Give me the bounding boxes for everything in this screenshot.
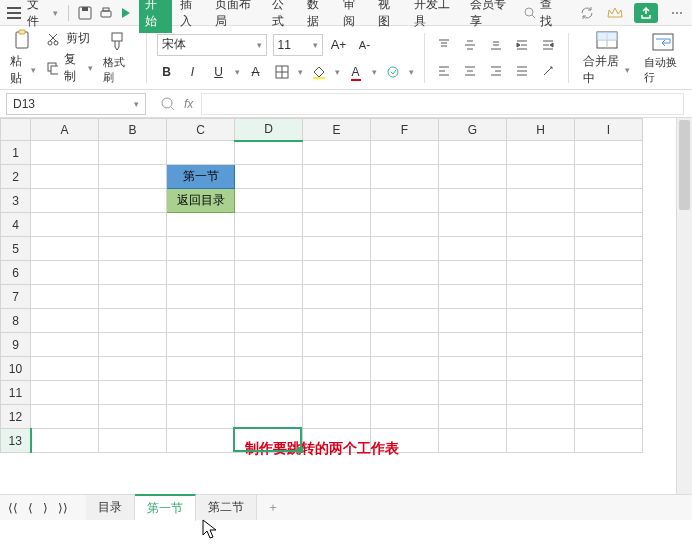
cell[interactable] <box>439 357 507 381</box>
cell[interactable] <box>99 333 167 357</box>
cell[interactable] <box>303 213 371 237</box>
grow-font-button[interactable]: A+ <box>329 35 349 55</box>
align-bottom-button[interactable] <box>486 35 506 55</box>
cell[interactable] <box>303 165 371 189</box>
cell[interactable] <box>167 333 235 357</box>
cell[interactable] <box>371 405 439 429</box>
col-header[interactable]: A <box>31 119 99 141</box>
cell[interactable] <box>575 285 643 309</box>
menu-icon[interactable] <box>6 4 23 22</box>
cell[interactable] <box>439 261 507 285</box>
tab-next-button[interactable]: ⟩ <box>41 499 50 517</box>
col-header[interactable]: G <box>439 119 507 141</box>
tab-data[interactable]: 数据 <box>301 0 334 33</box>
cell[interactable] <box>439 405 507 429</box>
cell[interactable] <box>167 285 235 309</box>
fill-color-button[interactable] <box>309 62 329 82</box>
cell[interactable] <box>31 141 99 165</box>
cell[interactable] <box>575 237 643 261</box>
cell[interactable] <box>235 357 303 381</box>
tab-insert[interactable]: 插入 <box>174 0 207 33</box>
cell[interactable] <box>303 285 371 309</box>
justify-button[interactable] <box>512 61 532 81</box>
row-header[interactable]: 8 <box>1 309 31 333</box>
cell[interactable] <box>303 405 371 429</box>
tab-layout[interactable]: 页面布局 <box>209 0 264 33</box>
cell[interactable] <box>167 405 235 429</box>
cell[interactable] <box>99 429 167 453</box>
cell[interactable] <box>235 141 303 165</box>
cell[interactable] <box>575 429 643 453</box>
cell[interactable] <box>99 141 167 165</box>
cell[interactable] <box>303 381 371 405</box>
cell[interactable] <box>31 285 99 309</box>
cell[interactable] <box>99 261 167 285</box>
indent-inc-button[interactable] <box>512 35 532 55</box>
row-header[interactable]: 10 <box>1 357 31 381</box>
cell[interactable] <box>99 213 167 237</box>
cell[interactable] <box>439 309 507 333</box>
cell[interactable] <box>439 189 507 213</box>
cell[interactable] <box>575 165 643 189</box>
cell[interactable] <box>371 141 439 165</box>
cell[interactable] <box>575 261 643 285</box>
vertical-scrollbar[interactable] <box>676 118 692 494</box>
col-header[interactable]: D <box>235 119 303 141</box>
cell[interactable] <box>167 357 235 381</box>
row-header[interactable]: 3 <box>1 189 31 213</box>
cell[interactable] <box>507 261 575 285</box>
cut-button[interactable]: 剪切 <box>46 30 93 47</box>
cell[interactable] <box>575 189 643 213</box>
cell[interactable] <box>235 237 303 261</box>
cell[interactable] <box>371 309 439 333</box>
tab-last-button[interactable]: ⟩⟩ <box>56 499 70 517</box>
cell[interactable] <box>235 189 303 213</box>
font-name-select[interactable]: 宋体▾ <box>157 34 267 56</box>
cell[interactable]: 第一节 <box>167 165 235 189</box>
cell[interactable] <box>507 333 575 357</box>
cell[interactable] <box>235 213 303 237</box>
col-header[interactable]: B <box>99 119 167 141</box>
cell[interactable] <box>303 333 371 357</box>
bold-button[interactable]: B <box>157 62 177 82</box>
cell[interactable] <box>507 213 575 237</box>
align-top-button[interactable] <box>434 35 454 55</box>
cell[interactable] <box>31 405 99 429</box>
play-icon[interactable] <box>118 4 135 22</box>
cell[interactable] <box>507 381 575 405</box>
cell[interactable] <box>99 285 167 309</box>
search-box[interactable]: 查找 <box>523 0 562 30</box>
cell[interactable] <box>167 141 235 165</box>
row-header[interactable]: 6 <box>1 261 31 285</box>
share-button[interactable] <box>634 3 658 23</box>
paste-button[interactable]: 粘贴▾ <box>6 27 40 89</box>
cell[interactable] <box>439 213 507 237</box>
zoom-icon[interactable] <box>160 96 176 112</box>
cell[interactable] <box>167 381 235 405</box>
cell[interactable] <box>371 189 439 213</box>
row-header[interactable]: 12 <box>1 405 31 429</box>
cell[interactable] <box>575 141 643 165</box>
cell[interactable] <box>303 189 371 213</box>
col-header[interactable]: H <box>507 119 575 141</box>
cell[interactable] <box>371 237 439 261</box>
underline-button[interactable]: U <box>209 62 229 82</box>
select-all-corner[interactable] <box>1 119 31 141</box>
cell[interactable] <box>507 165 575 189</box>
cell[interactable] <box>303 309 371 333</box>
font-size-select[interactable]: 11▾ <box>273 34 323 56</box>
align-right-button[interactable] <box>486 61 506 81</box>
add-sheet-button[interactable]: ＋ <box>257 495 289 520</box>
col-header[interactable]: C <box>167 119 235 141</box>
cell[interactable] <box>371 213 439 237</box>
tab-formula[interactable]: 公式 <box>266 0 299 33</box>
row-header[interactable]: 4 <box>1 213 31 237</box>
cell[interactable] <box>99 357 167 381</box>
cell[interactable] <box>507 429 575 453</box>
cell[interactable] <box>303 237 371 261</box>
cell[interactable] <box>507 141 575 165</box>
file-menu[interactable]: 文件 <box>27 0 49 30</box>
cell[interactable] <box>303 141 371 165</box>
cell[interactable] <box>371 261 439 285</box>
cell[interactable] <box>371 357 439 381</box>
